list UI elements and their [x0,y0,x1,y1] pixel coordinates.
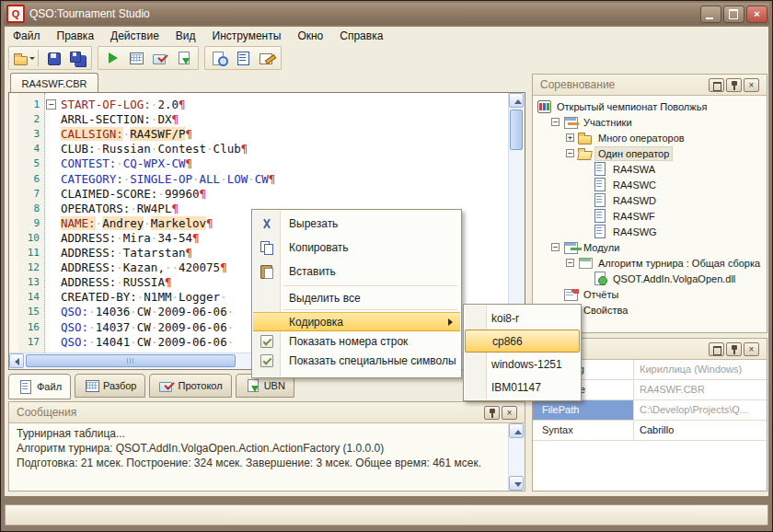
properties-close-button[interactable]: × [744,342,759,356]
tree-item[interactable]: +Много операторов [533,130,767,145]
line-text: QSO:·14036·CW·2009-06-06· [61,305,234,319]
line-number: 8 [9,202,40,216]
tree-item[interactable]: Отчёты [533,286,767,302]
property-row[interactable]: SyntaxCabrillo [533,421,767,441]
properties-pin-button[interactable] [726,342,742,356]
scroll-thumb[interactable] [510,110,523,150]
maximize-button[interactable] [723,6,744,23]
toolbar-separator [38,50,39,66]
menu-file[interactable]: Файл [5,28,49,44]
tab-parse[interactable]: Разбор [75,374,145,398]
menu-item-select-all[interactable]: Выделить все [253,288,460,307]
tree-item[interactable]: −Один оператор [533,145,767,161]
menu-help[interactable]: Справка [331,28,391,44]
tree-expander[interactable]: + [566,133,574,142]
paste-icon [259,264,275,279]
menu-item-show-special-chars[interactable]: Показать специальные символы [253,351,460,370]
menu-item-paste[interactable]: Вставить [253,260,460,283]
property-value: RA4SWF.CBR [634,380,767,399]
log-doc-icon [593,193,608,207]
encoding-item-windows-1251[interactable]: windows-1251 [465,353,580,376]
messages-body[interactable]: Турнирная таблица...Алгоритм турнира: QS… [9,423,525,491]
app-window: Q QSO:Tournament Studio × ФайлПравкаДейс… [0,0,773,532]
line-text: ADDRESS:·Kazan,··420075¶ [61,260,227,275]
tree-item[interactable]: RA4SWC [533,177,767,192]
scroll-down-button[interactable] [509,476,524,491]
editor-line: 1−START-OF-LOG:·2.0¶ [9,98,509,112]
encoding-item-IBM01147[interactable]: IBM01147 [465,376,580,399]
cut-icon [259,216,275,231]
save-button[interactable] [42,49,64,67]
tab-file[interactable]: Файл [8,374,71,399]
menu-edit[interactable]: Правка [49,28,103,44]
report-button[interactable] [232,49,254,67]
menu-window[interactable]: Окно [289,28,331,44]
competition-maximize-button[interactable] [709,78,724,92]
messages-pin-button[interactable] [484,406,500,420]
tree-item[interactable]: −Алгоритм турнира : Общая сборка [533,255,767,271]
tree-item[interactable]: −Участники [533,114,767,130]
menu-item-show-line-numbers[interactable]: Показать номера строк [253,331,460,351]
line-text: ADDRESS:·Mira·34-54¶ [61,231,200,246]
tab-label: Разбор [103,380,136,391]
doc-down-icon [176,51,192,65]
menu-tools[interactable]: Инструменты [204,28,290,44]
messages-close-button[interactable]: × [502,406,517,420]
property-row[interactable]: FilePathC:\Develop\Projects\Q... [533,400,767,421]
close-button[interactable]: × [746,6,767,23]
scroll-left-button[interactable] [9,353,24,368]
encoding-item-koi8-r[interactable]: koi8-r [465,306,580,330]
document-tab[interactable]: RA4SWF.CBR [10,73,98,93]
menu-item-encoding[interactable]: Кодировка [253,312,460,331]
folder-check-icon [158,378,175,393]
tree-expander[interactable]: − [566,149,574,157]
properties-button[interactable] [256,49,278,67]
menu-separator [283,309,457,310]
scroll-thumb[interactable] [26,354,236,367]
competition-close-button[interactable]: × [744,78,759,92]
save-all-button[interactable] [66,49,88,67]
titlebar[interactable]: Q QSO:Tournament Studio × [4,3,769,25]
ubn-button[interactable] [173,49,195,67]
scroll-up-button[interactable] [509,93,524,108]
menu-item-copy[interactable]: Копировать [253,236,460,260]
line-number: 11 [9,246,40,260]
tree-item[interactable]: −Модули [533,239,767,255]
minimize-button[interactable] [700,6,721,23]
run-button[interactable] [101,49,123,67]
parse-button[interactable] [125,49,147,67]
competition-pin-button[interactable] [726,78,742,92]
statusbar [5,504,768,526]
tree-item[interactable]: RA4SWA [533,161,767,177]
fold-toggle[interactable]: − [46,99,56,110]
tab-protocol[interactable]: Протокол [149,374,231,398]
reports-icon [563,287,579,301]
menu-view[interactable]: Вид [167,28,204,44]
tree-item[interactable]: Открытый чемпионат Поволжья [533,98,767,114]
menu-item-label: Выделить все [289,292,361,305]
properties-maximize-button[interactable] [709,342,724,356]
scroll-up-button[interactable] [509,423,524,438]
tree-item-label: Отчёты [581,288,621,301]
checkbox-checked-icon [260,354,273,367]
encoding-submenu: koi8-rcp866windows-1251IBM01147 [463,304,582,401]
tree-expander[interactable]: − [566,259,574,267]
line-number: 12 [9,260,40,275]
competition-tree[interactable]: Открытый чемпионат Поволжья−Участники+Мн… [533,96,767,332]
encoding-item-cp866[interactable]: cp866 [465,330,580,353]
tree-item[interactable]: RA4SWF [533,208,767,224]
menu-item-cut[interactable]: Вырезать [253,212,460,236]
line-number: 5 [9,156,40,171]
editor-line: 7CLAIMED-SCORE:·99960¶ [9,187,509,202]
tree-item[interactable]: QSOT.AddIn.VolgaOpen.dll [533,271,767,286]
tree-item[interactable]: RA4SWG [533,224,767,239]
dropdown-caret-icon [29,57,35,63]
protocol-button[interactable] [149,49,171,67]
open-file-button[interactable] [12,49,34,67]
menu-action[interactable]: Действие [102,28,167,44]
find-button[interactable] [208,49,230,67]
tree-expander[interactable]: − [551,243,560,251]
tree-expander[interactable]: − [551,118,560,126]
tree-item[interactable]: RA4SWD [533,192,767,208]
messages-scrollbar[interactable] [508,423,525,491]
